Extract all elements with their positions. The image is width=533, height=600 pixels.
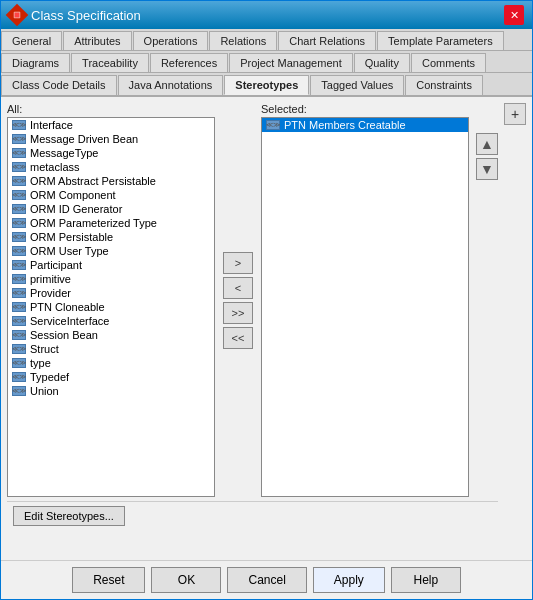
all-list-section: All: ≪≫Interface ≪≫Message Driven Bean ≪… <box>7 103 215 497</box>
list-item[interactable]: ≪≫ORM Persistable <box>8 230 214 244</box>
move-buttons: > < >> << <box>219 103 257 497</box>
tab-general[interactable]: General <box>1 31 62 50</box>
selected-list-section: Selected: ≪≫ PTN Members Creatable <box>261 103 469 497</box>
list-item[interactable]: ≪≫ORM Parameterized Type <box>8 216 214 230</box>
list-item[interactable]: ≪≫Participant <box>8 258 214 272</box>
item-icon: ≪≫ <box>12 386 26 396</box>
tab-attributes[interactable]: Attributes <box>63 31 131 50</box>
main-window: Class Specification ✕ General Attributes… <box>0 0 533 600</box>
item-icon: ≪≫ <box>12 162 26 172</box>
tab-chart-relations[interactable]: Chart Relations <box>278 31 376 50</box>
list-item[interactable]: ≪≫ORM Abstract Persistable <box>8 174 214 188</box>
item-icon: ≪≫ <box>12 204 26 214</box>
move-down-button[interactable]: ▼ <box>476 158 498 180</box>
list-item[interactable]: ≪≫Union <box>8 384 214 398</box>
main-content: All: ≪≫Interface ≪≫Message Driven Bean ≪… <box>7 103 498 554</box>
tab-constraints[interactable]: Constraints <box>405 75 483 95</box>
selected-label: Selected: <box>261 103 469 115</box>
item-icon: ≪≫ <box>12 302 26 312</box>
list-item[interactable]: ≪≫primitive <box>8 272 214 286</box>
item-icon: ≪≫ <box>12 330 26 340</box>
tab-class-code-details[interactable]: Class Code Details <box>1 75 117 95</box>
tab-quality[interactable]: Quality <box>354 53 410 72</box>
list-item[interactable]: ≪≫Struct <box>8 342 214 356</box>
tab-tagged-values[interactable]: Tagged Values <box>310 75 404 95</box>
lists-row: All: ≪≫Interface ≪≫Message Driven Bean ≪… <box>7 103 498 497</box>
tab-traceability[interactable]: Traceability <box>71 53 149 72</box>
item-icon: ≪≫ <box>266 120 280 130</box>
list-item[interactable]: ≪≫ORM ID Generator <box>8 202 214 216</box>
list-item[interactable]: ≪≫MessageType <box>8 146 214 160</box>
app-icon <box>6 4 29 27</box>
item-icon: ≪≫ <box>12 344 26 354</box>
footer: Reset OK Cancel Apply Help <box>1 560 532 599</box>
item-icon: ≪≫ <box>12 176 26 186</box>
list-item[interactable]: ≪≫PTN Cloneable <box>8 300 214 314</box>
title-bar-left: Class Specification <box>9 7 141 23</box>
tab-relations[interactable]: Relations <box>209 31 277 50</box>
list-item[interactable]: ≪≫ORM Component <box>8 188 214 202</box>
item-icon: ≪≫ <box>12 120 26 130</box>
help-button[interactable]: Help <box>391 567 461 593</box>
cancel-button[interactable]: Cancel <box>227 567 306 593</box>
move-left-button[interactable]: < <box>223 277 253 299</box>
item-icon: ≪≫ <box>12 260 26 270</box>
reset-button[interactable]: Reset <box>72 567 145 593</box>
item-icon: ≪≫ <box>12 372 26 382</box>
add-button[interactable]: + <box>504 103 526 125</box>
tab-operations[interactable]: Operations <box>133 31 209 50</box>
tab-row-3: Class Code Details Java Annotations Ster… <box>1 73 532 96</box>
apply-button[interactable]: Apply <box>313 567 385 593</box>
tab-template-parameters[interactable]: Template Parameters <box>377 31 504 50</box>
item-icon: ≪≫ <box>12 134 26 144</box>
list-item[interactable]: ≪≫Provider <box>8 286 214 300</box>
tab-references[interactable]: References <box>150 53 228 72</box>
list-item[interactable]: ≪≫Session Bean <box>8 328 214 342</box>
item-icon: ≪≫ <box>12 148 26 158</box>
list-item[interactable]: ≪≫Message Driven Bean <box>8 132 214 146</box>
tab-row-1: General Attributes Operations Relations … <box>1 29 532 51</box>
item-icon: ≪≫ <box>12 288 26 298</box>
move-all-right-button[interactable]: >> <box>223 302 253 324</box>
item-icon: ≪≫ <box>12 232 26 242</box>
edit-stereotypes-button[interactable]: Edit Stereotypes... <box>13 506 125 526</box>
tab-diagrams[interactable]: Diagrams <box>1 53 70 72</box>
item-icon: ≪≫ <box>12 274 26 284</box>
tab-java-annotations[interactable]: Java Annotations <box>118 75 224 95</box>
bottom-bar: Edit Stereotypes... <box>7 501 498 530</box>
list-item[interactable]: ≪≫type <box>8 356 214 370</box>
list-item[interactable]: ≪≫Typedef <box>8 370 214 384</box>
content-area: All: ≪≫Interface ≪≫Message Driven Bean ≪… <box>1 97 532 560</box>
tab-project-management[interactable]: Project Management <box>229 53 353 72</box>
list-item[interactable]: ≪≫metaclass <box>8 160 214 174</box>
item-icon: ≪≫ <box>12 316 26 326</box>
close-button[interactable]: ✕ <box>504 5 524 25</box>
tabs-area: General Attributes Operations Relations … <box>1 29 532 97</box>
svg-marker-0 <box>11 9 22 20</box>
window-title: Class Specification <box>31 8 141 23</box>
tab-comments[interactable]: Comments <box>411 53 486 72</box>
title-bar: Class Specification ✕ <box>1 1 532 29</box>
selected-list[interactable]: ≪≫ PTN Members Creatable <box>261 117 469 497</box>
item-icon: ≪≫ <box>12 190 26 200</box>
item-icon: ≪≫ <box>12 358 26 368</box>
item-icon: ≪≫ <box>12 246 26 256</box>
selected-list-item[interactable]: ≪≫ PTN Members Creatable <box>262 118 468 132</box>
all-list[interactable]: ≪≫Interface ≪≫Message Driven Bean ≪≫Mess… <box>7 117 215 497</box>
list-item[interactable]: ≪≫Interface <box>8 118 214 132</box>
move-all-left-button[interactable]: << <box>223 327 253 349</box>
ok-button[interactable]: OK <box>151 567 221 593</box>
list-item[interactable]: ≪≫ServiceInterface <box>8 314 214 328</box>
list-item[interactable]: ≪≫ORM User Type <box>8 244 214 258</box>
all-label: All: <box>7 103 215 115</box>
item-icon: ≪≫ <box>12 218 26 228</box>
arrow-buttons: ▲ ▼ <box>476 133 498 497</box>
sidebar-buttons: + <box>504 103 526 554</box>
tab-stereotypes[interactable]: Stereotypes <box>224 75 309 95</box>
move-up-button[interactable]: ▲ <box>476 133 498 155</box>
move-right-button[interactable]: > <box>223 252 253 274</box>
tab-row-2: Diagrams Traceability References Project… <box>1 51 532 73</box>
